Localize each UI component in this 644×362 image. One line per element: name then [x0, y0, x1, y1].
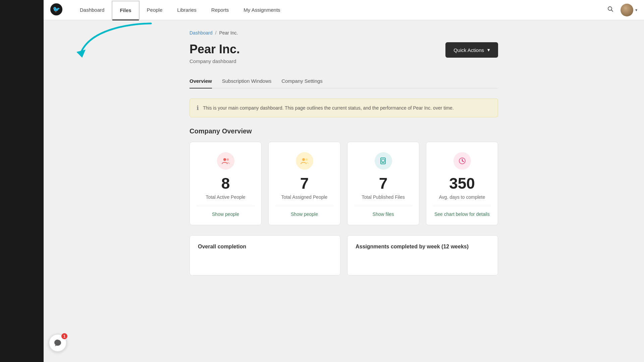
tabs: Overview Subscription Windows Company Se…: [190, 74, 498, 88]
avg-days-label: Avg. days to complete: [439, 194, 485, 200]
chat-widget[interactable]: 1: [49, 334, 67, 352]
charts-grid: Overall completion Assignments completed…: [190, 235, 498, 276]
tab-company-settings[interactable]: Company Settings: [281, 74, 323, 88]
assigned-people-number: 7: [300, 176, 309, 191]
svg-rect-10: [382, 159, 384, 162]
svg-point-7: [302, 158, 305, 161]
top-navigation: 🐦 Dashboard Files People Libraries Repor…: [44, 0, 644, 20]
stat-card-published-files: 7 Total Published Files Show files: [347, 142, 419, 225]
avatar[interactable]: [621, 4, 633, 16]
chart-assignments-by-week-title: Assignments completed by week (12 weeks): [356, 244, 490, 250]
nav-item-dashboard[interactable]: Dashboard: [72, 1, 112, 19]
nav-item-libraries[interactable]: Libraries: [170, 1, 204, 19]
quick-actions-label: Quick Actions: [453, 47, 484, 53]
logo[interactable]: 🐦: [50, 3, 72, 17]
breadcrumb-dashboard-link[interactable]: Dashboard: [190, 30, 213, 36]
chart-assignments-by-week: Assignments completed by week (12 weeks): [347, 235, 498, 276]
nav-item-files[interactable]: Files: [112, 1, 139, 20]
chart-overall-completion-title: Overall completion: [198, 244, 332, 250]
published-files-number: 7: [379, 176, 388, 191]
breadcrumb-current: Pear Inc.: [219, 30, 238, 36]
stat-card-assigned-people: 7 Total Assigned People Show people: [268, 142, 340, 225]
page-title: Pear Inc.: [190, 42, 240, 56]
stat-card-avg-days: 350 Avg. days to complete See chart belo…: [426, 142, 498, 225]
avg-days-icon-circle: [453, 152, 471, 170]
stats-grid: 8 Total Active People Show people 7 Tota…: [190, 142, 498, 225]
svg-marker-4: [76, 50, 86, 58]
svg-point-5: [223, 158, 226, 161]
published-files-icon-circle: [375, 152, 392, 170]
active-people-icon-circle: [217, 152, 234, 170]
stat-divider-1: [197, 206, 255, 206]
nav-item-my-assignments[interactable]: My Assignments: [236, 1, 287, 19]
active-people-number: 8: [221, 176, 230, 191]
search-icon[interactable]: [607, 6, 614, 14]
stat-divider-2: [275, 206, 333, 206]
quick-actions-chevron-icon: ▾: [487, 47, 490, 53]
info-icon: ℹ: [197, 104, 199, 112]
chat-icon: [54, 339, 62, 347]
svg-line-14: [462, 161, 464, 162]
published-files-label: Total Published Files: [362, 194, 405, 200]
breadcrumb-separator: /: [215, 30, 217, 36]
show-active-people-link[interactable]: Show people: [212, 212, 239, 217]
active-people-label: Total Active People: [206, 194, 245, 200]
avg-days-number: 350: [449, 176, 475, 191]
avatar-chevron-icon[interactable]: ▾: [635, 8, 637, 12]
main-content: Dashboard / Pear Inc. Pear Inc. Company …: [176, 20, 512, 286]
chat-badge: 1: [61, 333, 67, 339]
page-header-text: Pear Inc. Company dashboard: [190, 42, 240, 64]
page-header: Pear Inc. Company dashboard Quick Action…: [190, 42, 498, 64]
show-files-link[interactable]: Show files: [373, 212, 394, 217]
chart-details-link[interactable]: See chart below for details: [434, 212, 490, 217]
left-sidebar: [0, 0, 44, 362]
nav-items: Dashboard Files People Libraries Reports…: [72, 1, 607, 19]
tab-subscription-windows[interactable]: Subscription Windows: [222, 74, 272, 88]
stat-divider-3: [354, 206, 412, 206]
company-overview-title: Company Overview: [190, 127, 498, 135]
show-assigned-people-link[interactable]: Show people: [291, 212, 318, 217]
nav-item-people[interactable]: People: [140, 1, 170, 19]
stat-card-active-people: 8 Total Active People Show people: [190, 142, 262, 225]
svg-point-6: [226, 159, 229, 161]
tab-overview[interactable]: Overview: [190, 74, 212, 88]
svg-text:🐦: 🐦: [53, 6, 60, 13]
assigned-people-label: Total Assigned People: [281, 194, 328, 200]
breadcrumb: Dashboard / Pear Inc.: [190, 30, 498, 36]
svg-rect-9: [381, 158, 385, 164]
chart-overall-completion: Overall completion: [190, 235, 340, 276]
svg-point-8: [305, 159, 308, 161]
quick-actions-button[interactable]: Quick Actions ▾: [445, 42, 498, 58]
info-banner: ℹ This is your main company dashboard. T…: [190, 99, 498, 117]
page-subtitle: Company dashboard: [190, 58, 240, 64]
info-banner-text: This is your main company dashboard. Thi…: [203, 105, 454, 111]
stat-divider-4: [433, 206, 491, 206]
svg-line-3: [611, 10, 613, 12]
nav-item-reports[interactable]: Reports: [204, 1, 236, 19]
assigned-people-icon-circle: [296, 152, 313, 170]
